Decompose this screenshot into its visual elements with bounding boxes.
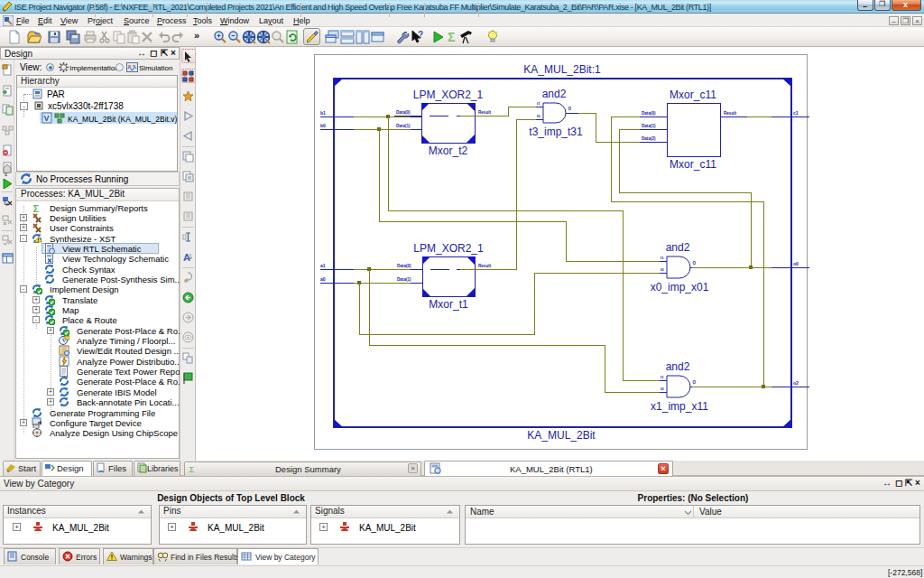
svg-text:Mxor_c11: Mxor_c11 [670, 89, 716, 101]
svg-text:o0: o0 [793, 261, 799, 266]
svg-text:and2: and2 [666, 360, 690, 373]
svg-text:↳: ↳ [3, 199, 10, 207]
svg-text:Mxor_t2: Mxor_t2 [429, 144, 468, 157]
svg-text:Data(2): Data(2) [642, 136, 656, 141]
svg-text:Σ: Σ [189, 464, 195, 474]
svg-text:Data(1): Data(1) [396, 124, 411, 128]
svg-text:Data(0): Data(0) [396, 110, 411, 115]
svg-text:KA_MUL_2Bit: KA_MUL_2Bit [527, 429, 596, 442]
svg-text:KA_MUL_2Bit:1: KA_MUL_2Bit:1 [523, 63, 601, 76]
svg-text:b1: b1 [320, 110, 326, 116]
svg-text:Σ: Σ [448, 30, 455, 44]
svg-text:O: O [693, 380, 697, 385]
svg-text:and2: and2 [666, 241, 690, 254]
svg-text:LPM_XOR2_1: LPM_XOR2_1 [413, 89, 484, 101]
svg-text:Result: Result [478, 110, 492, 115]
svg-text:b0: b0 [320, 123, 326, 128]
svg-text:Data(0): Data(0) [397, 264, 411, 268]
svg-text:A: A [183, 252, 190, 263]
svg-text:Σ: Σ [33, 202, 40, 213]
svg-text:t3_imp_t31: t3_imp_t31 [529, 126, 583, 138]
svg-text:V: V [44, 114, 50, 123]
svg-text:Data(1): Data(1) [642, 124, 656, 128]
svg-text:O: O [568, 107, 572, 111]
svg-text:a0: a0 [320, 276, 326, 282]
svg-text:Data(0): Data(0) [642, 111, 656, 116]
svg-text:?: ? [418, 30, 423, 40]
svg-text:c1: c1 [793, 110, 799, 116]
svg-text:and2: and2 [542, 88, 567, 100]
svg-text:Mxor_c11: Mxor_c11 [670, 158, 716, 171]
svg-text:Data(1): Data(1) [397, 277, 411, 282]
svg-text:O: O [693, 261, 697, 266]
svg-text:Result: Result [724, 111, 737, 116]
svg-text:o2: o2 [793, 380, 799, 386]
svg-text:Result: Result [478, 264, 492, 268]
svg-text:Mxor_t1: Mxor_t1 [429, 298, 468, 311]
svg-text:a1: a1 [320, 263, 326, 268]
svg-text:LPM_XOR2_1: LPM_XOR2_1 [413, 242, 484, 255]
svg-text:x1_imp_x11: x1_imp_x11 [651, 400, 708, 413]
svg-text:x0_imp_x01: x0_imp_x01 [651, 281, 709, 294]
